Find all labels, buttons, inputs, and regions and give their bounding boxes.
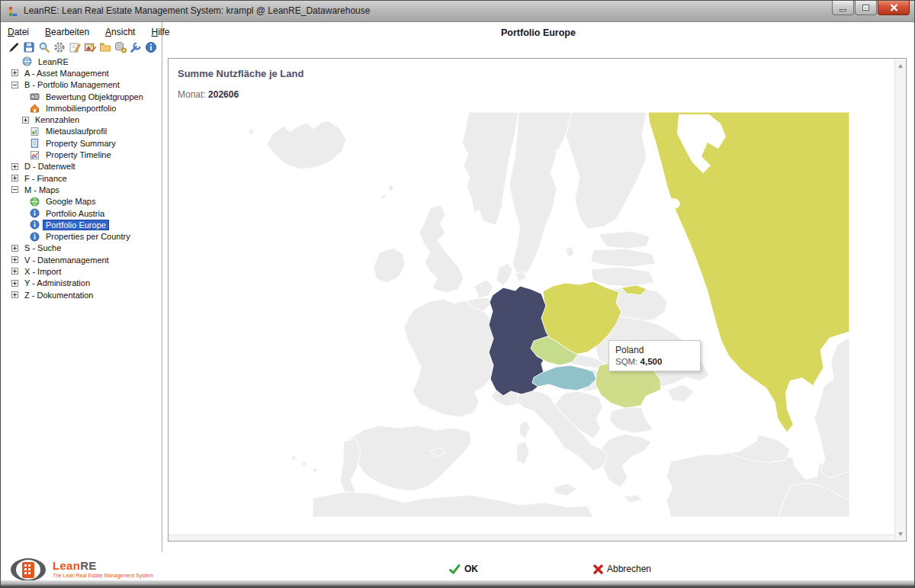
tree-item-label: Property Timeline xyxy=(43,149,114,160)
save-icon[interactable] xyxy=(22,40,35,53)
folder-icon[interactable] xyxy=(98,40,111,53)
app-window: LeanRE: Lean Real Estate Management Syst… xyxy=(0,0,915,588)
close-button[interactable] xyxy=(878,1,910,15)
map-tooltip: Poland SQM: 4,500 xyxy=(608,340,701,371)
app-logo-icon xyxy=(7,5,19,18)
window-bottom-edge xyxy=(1,580,914,587)
menu-ansicht[interactable]: Ansicht xyxy=(103,25,137,39)
page-title: Portfolio Europe xyxy=(162,27,914,38)
tree-item-immobilienportfolio[interactable]: Immobilienportfolio xyxy=(1,102,161,114)
pen-icon[interactable] xyxy=(7,40,20,53)
tree-item-x-import[interactable]: X - Import xyxy=(1,265,161,277)
globe-green-icon xyxy=(30,197,40,207)
scroll-down-icon[interactable] xyxy=(895,529,905,539)
tree-item-label: S - Suche xyxy=(21,243,64,253)
month-label: Monat: 202606 xyxy=(178,89,239,100)
tree-item-z-dokumentation[interactable]: Z - Dokumentation xyxy=(1,289,161,300)
tree-item-kennzahlen[interactable]: Kennzahlen xyxy=(1,114,161,125)
tree-item-label: A - Asset Management xyxy=(21,68,112,79)
tree-item-properties-per-country[interactable]: Properties per Country xyxy=(1,230,161,242)
tree-item-label: Mietauslaufprofil xyxy=(43,126,110,137)
tree-item-v-datenmanagement[interactable]: V - Datenmanagement xyxy=(1,254,161,265)
maximize-button[interactable] xyxy=(855,1,877,15)
menu-bearbeiten[interactable]: Bearbeiten xyxy=(43,25,92,39)
tree-item-property-timeline[interactable]: Property Timeline xyxy=(1,149,161,160)
tree-item-label: F - Finance xyxy=(21,173,70,184)
tree-item-b-portfolio-management[interactable]: B - Portfolio Management xyxy=(1,79,161,91)
tree-item-leanre[interactable]: LeanRE xyxy=(1,56,161,67)
expand-icon[interactable] xyxy=(11,256,18,263)
tree-item-d-datenwelt[interactable]: D - Datenwelt xyxy=(1,161,161,172)
chart-green-icon xyxy=(30,127,40,137)
search-icon[interactable] xyxy=(37,40,50,53)
expand-icon[interactable] xyxy=(11,268,18,275)
tree-item-label: LeanRE xyxy=(35,56,72,67)
expand-icon[interactable] xyxy=(22,117,29,124)
report-panel: Summe Nutzfläche je Land Monat: 202606 xyxy=(168,58,907,541)
doc-blue-icon xyxy=(30,138,40,148)
tree-item-s-suche[interactable]: S - Suche xyxy=(1,243,161,254)
logo-tagline: The Lean Real Estate Management System xyxy=(53,573,153,578)
x-icon xyxy=(593,564,603,574)
tree-item-bewertung-objektgruppen[interactable]: Bewertung Objektgruppen xyxy=(1,91,161,102)
panel-horizontal-scrollbar[interactable] xyxy=(169,535,894,541)
chart-gray-icon xyxy=(30,92,40,101)
lake-ladoga xyxy=(665,198,680,209)
tree-item-label: Property Summary xyxy=(43,138,119,149)
tree-item-a-asset-management[interactable]: A - Asset Management xyxy=(1,67,161,79)
panel-vertical-scrollbar[interactable] xyxy=(894,59,905,540)
tree-item-label: X - Import xyxy=(21,266,64,277)
expand-icon[interactable] xyxy=(11,280,18,287)
tree-item-f-finance[interactable]: F - Finance xyxy=(1,172,161,184)
settings-icon[interactable] xyxy=(53,40,66,53)
tree-item-label: D - Datenwelt xyxy=(21,161,79,172)
tree-item-m-maps[interactable]: M - Maps xyxy=(1,184,161,195)
close-icon xyxy=(890,4,898,11)
toolbar xyxy=(7,40,157,53)
check-icon xyxy=(449,564,461,574)
tree-item-portfolio-europe[interactable]: Portfolio Europe xyxy=(1,219,161,230)
logo-text-lean: Lean xyxy=(53,559,80,572)
wrench-icon[interactable] xyxy=(129,40,142,53)
tree-item-property-summary[interactable]: Property Summary xyxy=(1,137,161,149)
tree-item-label: Z - Dokumentation xyxy=(21,290,96,300)
collapse-icon[interactable] xyxy=(11,82,18,88)
tree-item-label: Immobilienportfolio xyxy=(43,103,119,114)
logo-text-re: RE xyxy=(80,559,96,572)
tree-item-y-administration[interactable]: Y - Administration xyxy=(1,278,161,289)
globe-blue-icon xyxy=(22,56,32,66)
expand-icon[interactable] xyxy=(11,163,18,170)
database-export-icon[interactable] xyxy=(114,40,127,53)
house-icon xyxy=(30,103,40,113)
tree-item-google-maps[interactable]: Google Maps xyxy=(1,196,161,207)
tree-item-portfolio-austria[interactable]: Portfolio Austria xyxy=(1,207,161,219)
expand-icon[interactable] xyxy=(11,69,18,76)
tree-item-label: Bewertung Objektgruppen xyxy=(43,92,146,102)
info-icon[interactable] xyxy=(144,40,157,53)
info-blue-icon xyxy=(30,220,40,230)
cancel-button[interactable]: Abbrechen xyxy=(593,564,651,574)
panel-splitter[interactable] xyxy=(162,22,162,552)
expand-icon[interactable] xyxy=(11,245,18,252)
collapse-icon[interactable] xyxy=(11,186,18,193)
tree-item-mietauslaufprofil[interactable]: Mietauslaufprofil xyxy=(1,126,161,137)
timeline-icon xyxy=(30,150,40,160)
info-blue-icon xyxy=(30,232,40,242)
menu-datei[interactable]: Datei xyxy=(5,25,31,39)
navigation-tree: LeanREA - Asset ManagementB - Portfolio … xyxy=(1,56,161,300)
scroll-up-icon[interactable] xyxy=(895,60,905,71)
tree-item-label: B - Portfolio Management xyxy=(21,79,123,90)
title-bar: LeanRE: Lean Real Estate Management Syst… xyxy=(1,1,914,22)
minimize-button[interactable] xyxy=(832,1,854,15)
edit-note-icon[interactable] xyxy=(68,40,81,53)
ok-button[interactable]: OK xyxy=(449,564,478,574)
image-edit-icon[interactable] xyxy=(83,40,96,53)
europe-map: Poland SQM: 4,500 1,400 111,065.68 xyxy=(175,112,849,517)
tooltip-value: 4,500 xyxy=(640,357,663,366)
tree-item-label: Portfolio Europe xyxy=(43,220,109,230)
tree-item-label: V - Datenmanagement xyxy=(21,255,112,265)
tree-item-label: Google Maps xyxy=(43,196,98,207)
expand-icon[interactable] xyxy=(11,291,18,298)
expand-icon[interactable] xyxy=(11,175,18,182)
tree-item-label: Properties per Country xyxy=(43,231,133,242)
